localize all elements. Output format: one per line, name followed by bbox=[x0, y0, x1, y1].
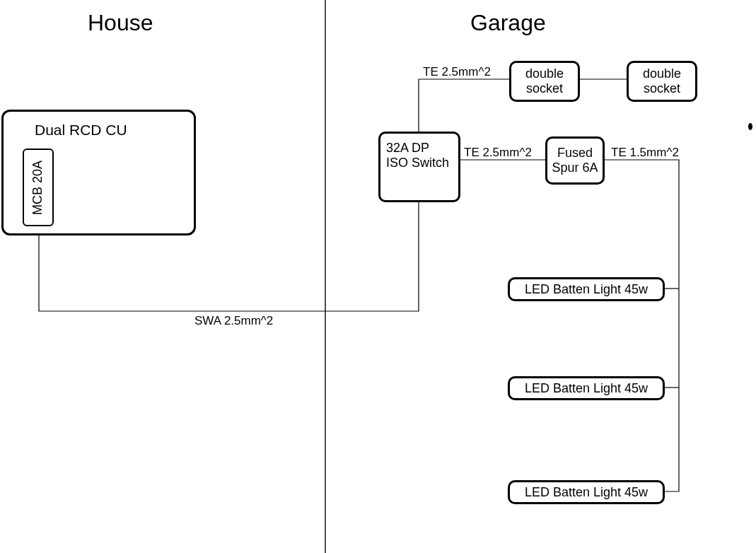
te15-label: TE 1.5mm^2 bbox=[611, 146, 679, 160]
iso-switch: 32A DP ISO Switch bbox=[378, 132, 460, 202]
mcb-label: MCB 20A bbox=[31, 160, 46, 214]
te25-top-label: TE 2.5mm^2 bbox=[423, 65, 491, 79]
garage-heading: Garage bbox=[470, 10, 546, 36]
te25-mid-label: TE 2.5mm^2 bbox=[464, 146, 532, 160]
iso-switch-line2: ISO Switch bbox=[386, 156, 449, 170]
swa-label: SWA 2.5mm^2 bbox=[194, 314, 273, 328]
led-batten-3: LED Batten Light 45w bbox=[508, 480, 665, 504]
mcb-20a: MCB 20A bbox=[23, 149, 54, 226]
house-heading: House bbox=[88, 10, 153, 36]
wiring-diagram: House Garage Dual RCD CU MCB 20A 32A DP … bbox=[0, 0, 756, 553]
led-batten-1: LED Batten Light 45w bbox=[508, 277, 665, 301]
double-socket-2: double socket bbox=[627, 61, 697, 102]
led-batten-2: LED Batten Light 45w bbox=[508, 376, 665, 400]
consumer-unit-label: Dual RCD CU bbox=[35, 122, 127, 139]
fused-spur: Fused Spur 6A bbox=[545, 136, 605, 185]
double-socket-1: double socket bbox=[509, 61, 580, 102]
iso-switch-line1: 32A DP bbox=[386, 141, 429, 156]
stray-dot bbox=[748, 123, 752, 130]
